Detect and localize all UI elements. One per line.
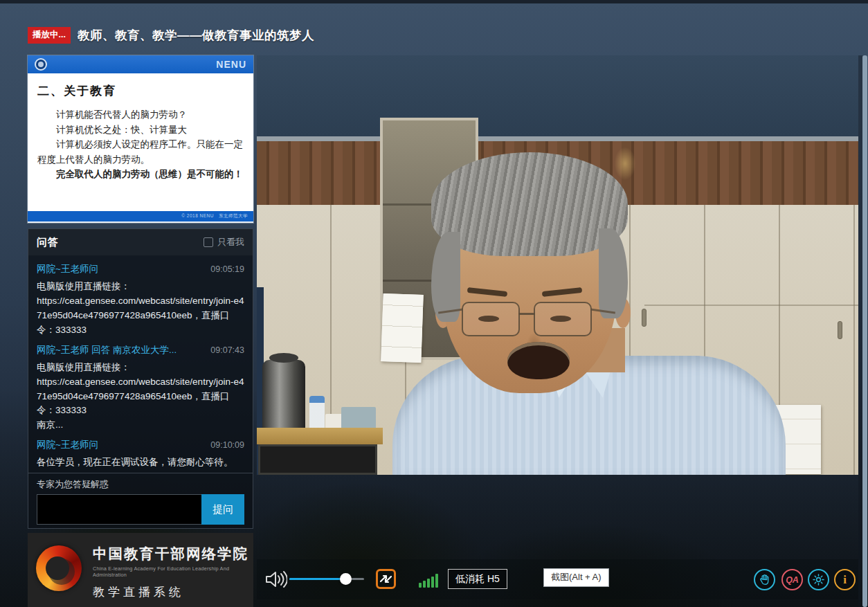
ask-label: 专家为您答疑解惑: [37, 478, 109, 491]
raise-hand-button[interactable]: [754, 569, 775, 590]
phoenix-logo-icon: [36, 545, 82, 591]
video-stage[interactable]: [257, 55, 858, 475]
ask-row: 提问: [37, 494, 244, 525]
slide-panel[interactable]: NENU 二、关于教育 计算机能否代替人的脑力劳动？ 计算机优长之处：快、计算量…: [28, 55, 253, 223]
question-input[interactable]: [37, 494, 201, 525]
glasses-bridge: [518, 313, 535, 315]
live-classroom-page: 播放中... 教师、教育、教学——做教育事业的筑梦人 NENU 二、关于教育 计…: [0, 0, 868, 607]
org-name-cn: 中国教育干部网络学院: [93, 544, 253, 563]
qa-message: 网院~王老师问 09:05:19 电脑版使用直播链接： https://ceat…: [37, 263, 244, 338]
qa-title: 问答: [37, 236, 59, 249]
ask-button[interactable]: 提问: [201, 494, 244, 525]
video-wall-upper: [257, 55, 858, 136]
slide-heading: 二、关于教育: [37, 83, 244, 99]
top-strip: [0, 0, 868, 3]
quality-selector[interactable]: 低消耗 H5: [448, 569, 507, 589]
paper-notice: [381, 293, 423, 363]
qa-toggle-button[interactable]: QA: [781, 569, 803, 590]
volume-thumb[interactable]: [340, 573, 352, 585]
player-control-bar: 低消耗 H5 截图(Alt + A) QA i: [257, 559, 858, 599]
cabinet-seam: [644, 305, 858, 306]
qa-message: 网院~王老师 回答 南京农业大学... 09:07:43 电脑版使用直播链接： …: [37, 344, 244, 433]
speaker-volume-icon[interactable]: [265, 570, 287, 592]
status-badge: 播放中...: [28, 27, 71, 44]
qa-message-list[interactable]: 网院~王老师问 09:05:19 电脑版使用直播链接： https://ceat…: [28, 255, 253, 470]
settings-button[interactable]: [808, 569, 829, 590]
speaker-eye: [478, 316, 499, 322]
slide-header: NENU: [28, 55, 253, 73]
slide-line: 计算机能否代替人的脑力劳动？: [37, 107, 244, 123]
screenshot-tooltip: 截图(Alt + A): [543, 568, 609, 587]
qa-divider: [28, 473, 253, 473]
only-me-filter[interactable]: 只看我: [204, 236, 244, 248]
message-time: 09:07:43: [210, 345, 244, 355]
slide-footer-text: © 2018 NENU 东北师范大学: [181, 213, 248, 219]
switch-arrows-icon: [379, 573, 392, 585]
org-name-en: China E-learning Academy For Education L…: [93, 565, 253, 578]
message-time: 09:05:19: [210, 264, 244, 274]
message-author: 网院~王老师问: [37, 439, 98, 451]
video-wall-trim: [257, 136, 858, 141]
speaker-mouth: [507, 342, 570, 379]
only-me-checkbox[interactable]: [204, 237, 213, 247]
qa-panel: 问答 只看我 网院~王老师问 09:05:19 电脑版使用直播链接： https…: [28, 228, 253, 529]
slide-line: 计算机优长之处：快、计算量大: [37, 123, 244, 138]
message-body: 电脑版使用直播链接： https://ceat.gensee.com/webca…: [37, 280, 244, 338]
only-me-label: 只看我: [217, 236, 244, 248]
hand-icon: [759, 574, 770, 586]
slide-brand: NENU: [216, 59, 246, 70]
message-time: 09:10:09: [210, 440, 244, 450]
slide-footer: © 2018 NENU 东北师范大学: [28, 211, 253, 221]
signal-strength-icon: [419, 572, 440, 588]
info-icon: i: [843, 573, 847, 587]
qa-icon: QA: [786, 575, 799, 585]
slide-body: 二、关于教育 计算机能否代替人的脑力劳动？ 计算机优长之处：快、计算量大 计算机…: [28, 73, 253, 211]
page-scrollbar[interactable]: [862, 55, 867, 607]
volume-slider[interactable]: [289, 578, 364, 580]
branding-block: 中国教育干部网络学院 China E-learning Academy For …: [28, 533, 253, 607]
qa-message: 网院~王老师问 09:10:09 各位学员，现在正在调试设备，请您耐心等待。: [37, 439, 244, 470]
volume-fill: [289, 578, 345, 580]
message-body: 各位学员，现在正在调试设备，请您耐心等待。: [37, 455, 244, 470]
speaker-eye: [550, 316, 571, 322]
slide-highlight: 完全取代人的脑力劳动（思维）是不可能的！: [37, 167, 244, 182]
university-emblem-icon: [35, 58, 47, 71]
header: 播放中... 教师、教育、教学——做教育事业的筑梦人: [28, 26, 314, 44]
desk: [257, 428, 383, 444]
page-title: 教师、教育、教学——做教育事业的筑梦人: [78, 27, 314, 44]
info-button[interactable]: i: [834, 569, 856, 590]
cabinet-handle: [838, 321, 842, 339]
slide-line: 计算机必须按人设定的程序工作。只能在一定程度上代替人的脑力劳动。: [37, 137, 244, 167]
message-author: 网院~王老师问: [37, 263, 98, 275]
message-body: 电脑版使用直播链接： https://ceat.gensee.com/webca…: [37, 361, 244, 433]
sun-brightness-icon: [813, 574, 824, 586]
message-author: 网院~王老师 回答 南京农业大学...: [37, 344, 177, 356]
monitor: [258, 444, 377, 475]
qa-header: 问答 只看我: [28, 229, 253, 255]
cabinet-handle: [642, 309, 647, 327]
system-name: 教学直播系统: [93, 584, 253, 600]
stream-route-button[interactable]: [376, 569, 396, 589]
